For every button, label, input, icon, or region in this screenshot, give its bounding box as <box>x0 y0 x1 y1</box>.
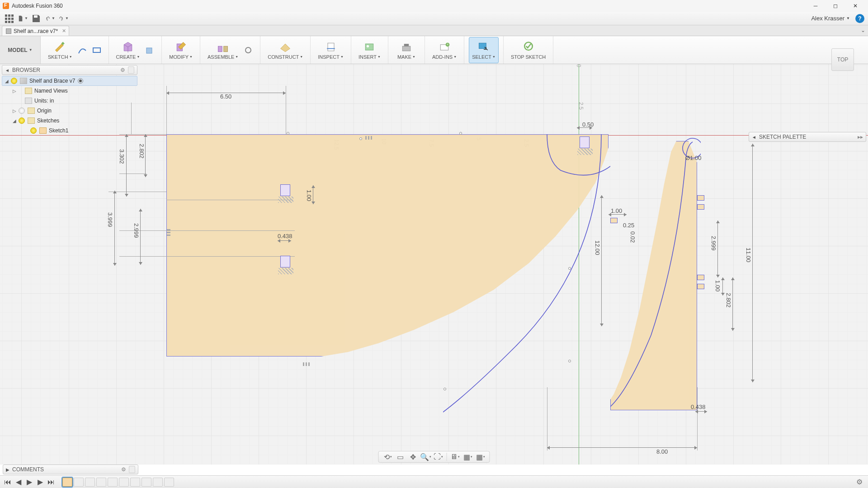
dim-0-438a[interactable]: 0.438 <box>278 233 292 239</box>
joint-tool[interactable] <box>241 43 255 57</box>
fit-button[interactable]: ⛶▾ <box>433 452 444 462</box>
pin-icon[interactable] <box>129 466 135 473</box>
window-minimize-button[interactable]: ─ <box>806 0 826 12</box>
window-close-button[interactable]: ✕ <box>845 0 865 12</box>
redo-button[interactable]: ▼ <box>58 13 69 24</box>
create-tool[interactable]: CREATE▼ <box>113 37 143 63</box>
constraint-vertical-icon[interactable] <box>167 228 170 236</box>
sketch-point[interactable] <box>359 137 362 140</box>
timeline-feature[interactable] <box>119 478 129 487</box>
gear-icon[interactable]: ⚙ <box>120 67 125 73</box>
twisty-icon[interactable]: ◢ <box>12 118 17 123</box>
box-tool[interactable] <box>143 43 156 57</box>
timeline-end-button[interactable]: ⏭ <box>46 477 56 487</box>
window-maximize-button[interactable]: ◻ <box>826 0 845 12</box>
dim-8-00[interactable]: 8.00 <box>656 448 668 455</box>
slot-marker[interactable] <box>280 184 290 196</box>
rectangle-tool[interactable] <box>90 43 104 57</box>
collapse-icon[interactable]: ◄ <box>752 135 756 140</box>
timeline-settings-button[interactable]: ⚙ <box>854 477 864 487</box>
construct-tool[interactable]: CONSTRUCT▼ <box>265 37 306 63</box>
dim-3-999[interactable]: 3.999 <box>107 212 113 227</box>
timeline-start-button[interactable]: ⏮ <box>3 477 13 487</box>
slot-marker[interactable] <box>697 275 704 280</box>
timeline-feature[interactable] <box>142 478 151 487</box>
sketch-point[interactable] <box>568 267 571 270</box>
twisty-icon[interactable]: ◢ <box>4 79 9 84</box>
dim-dia-1[interactable]: Ø1.00 <box>685 155 701 161</box>
modify-tool[interactable]: MODIFY▼ <box>166 37 195 63</box>
dim-2-999b[interactable]: 2.999 <box>710 236 717 251</box>
slot-marker[interactable] <box>280 256 290 267</box>
orbit-button[interactable]: ⟲▾ <box>382 452 394 462</box>
tree-sketch1[interactable]: Sketch1 <box>2 126 137 136</box>
gear-icon[interactable]: ⚙ <box>121 466 126 473</box>
expand-icon[interactable]: ▸▸ <box>858 134 863 140</box>
slot-marker[interactable] <box>697 195 704 201</box>
browser-header[interactable]: ◄ BROWSER ⚙ <box>2 65 137 75</box>
pan-button[interactable]: ✥ <box>407 452 419 462</box>
workspace-switcher[interactable]: MODEL▼ <box>0 36 41 64</box>
tree-named-views[interactable]: ▷ Named Views <box>2 86 137 96</box>
tree-units[interactable]: Units: in <box>2 96 137 106</box>
assemble-tool[interactable]: ASSEMBLE▼ <box>205 37 241 63</box>
twisty-icon[interactable]: ▷ <box>12 89 17 94</box>
tab-close-button[interactable]: ✕ <box>62 28 66 34</box>
data-panel-button[interactable] <box>4 13 14 24</box>
dim-1-00b[interactable]: 1.00 <box>611 207 622 214</box>
viewport-button[interactable]: ▦▾ <box>475 452 486 462</box>
expand-icon[interactable]: ▶ <box>6 467 9 472</box>
help-button[interactable]: ? <box>855 14 864 23</box>
timeline-feature[interactable] <box>108 478 118 487</box>
viewcube-top-face[interactable]: TOP <box>831 48 854 71</box>
comments-panel[interactable]: ▶ COMMENTS ⚙ <box>3 465 138 474</box>
timeline-feature[interactable] <box>164 478 174 487</box>
look-at-button[interactable]: ▭ <box>395 452 406 462</box>
activate-radio[interactable] <box>78 78 83 84</box>
constraint-horizontal-icon[interactable] <box>303 362 311 366</box>
tree-root[interactable]: ◢ Shelf and Brace v7 <box>2 76 137 86</box>
dim-2-802b[interactable]: 2.802 <box>725 293 732 308</box>
save-button[interactable] <box>31 13 42 24</box>
dim-2-802a[interactable]: 2.802 <box>138 144 145 159</box>
view-cube[interactable]: TOP <box>826 48 859 71</box>
visibility-bulb-icon[interactable] <box>19 117 25 124</box>
timeline-feature[interactable] <box>153 478 163 487</box>
timeline-feature[interactable] <box>130 478 140 487</box>
timeline-feature[interactable] <box>74 478 84 487</box>
dim-3-302[interactable]: 3.302 <box>118 149 125 164</box>
sketch-point[interactable] <box>459 132 462 135</box>
stop-sketch-tool[interactable]: STOP SKETCH <box>508 37 548 63</box>
collapse-icon[interactable]: ◄ <box>5 68 9 73</box>
line-tool[interactable] <box>75 43 89 57</box>
file-menu-button[interactable]: ▼ <box>17 13 28 24</box>
tree-origin[interactable]: ▷ Origin <box>2 106 137 116</box>
tabstrip-expand-icon[interactable]: ⌄ <box>861 27 865 33</box>
grid-settings-button[interactable]: ▦▾ <box>462 452 474 462</box>
timeline-forward-button[interactable]: ▶ <box>35 477 45 487</box>
sketch-point[interactable] <box>568 360 571 362</box>
sketch-tool[interactable]: SKETCH▼ <box>45 37 75 63</box>
make-tool[interactable]: MAKE▼ <box>393 37 420 63</box>
dim-1-00a[interactable]: 1.00 <box>306 190 312 201</box>
slot-marker[interactable] <box>610 218 618 223</box>
sketch-palette-header[interactable]: ◄ SKETCH PALETTE ▸▸ <box>749 132 866 142</box>
visibility-bulb-icon[interactable] <box>30 127 37 134</box>
slot-marker[interactable] <box>580 136 590 148</box>
timeline-back-button[interactable]: ◀ <box>14 477 24 487</box>
document-tab[interactable]: Shelf an...race v7* ✕ <box>2 26 69 36</box>
visibility-bulb-icon[interactable] <box>11 78 17 84</box>
zoom-button[interactable]: 🔍▾ <box>420 452 432 462</box>
tree-sketches[interactable]: ◢ Sketches <box>2 116 137 126</box>
dim-12-00[interactable]: 12.00 <box>594 240 601 255</box>
constraint-horizontal-icon[interactable] <box>365 136 373 140</box>
slot-marker[interactable] <box>697 204 704 210</box>
insert-tool[interactable]: INSERT▼ <box>356 37 383 63</box>
dim-1-00c[interactable]: 1.00 <box>714 280 721 291</box>
inspect-tool[interactable]: INSPECT▼ <box>315 37 346 63</box>
timeline-feature-sketch[interactable] <box>62 478 72 487</box>
timeline-feature[interactable] <box>85 478 95 487</box>
pin-icon[interactable] <box>128 66 134 74</box>
timeline-play-button[interactable]: ▶ <box>24 477 34 487</box>
user-menu[interactable]: Alex Krasser▼ <box>811 15 850 22</box>
